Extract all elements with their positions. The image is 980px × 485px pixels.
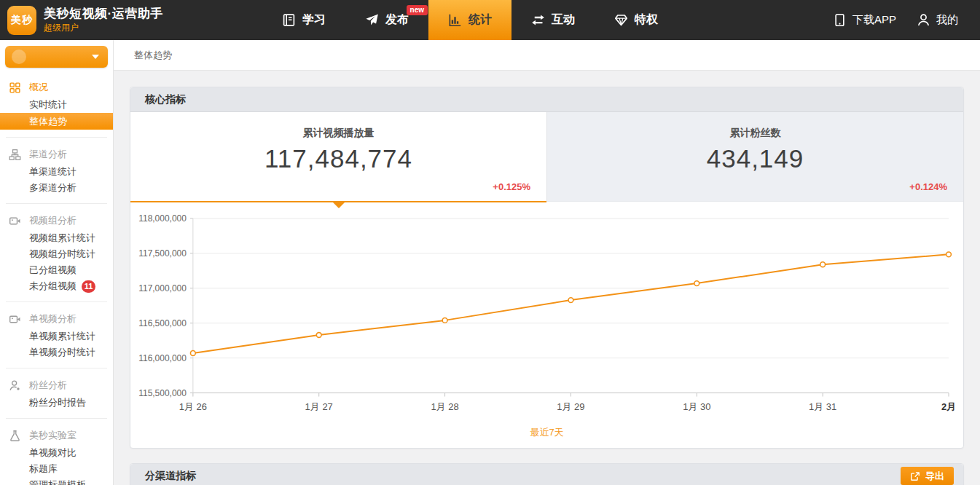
swap-arrows-icon	[531, 13, 545, 27]
trend-chart-canvas: 115,500,000116,000,000116,500,000117,000…	[130, 207, 963, 425]
sidebar-section: 粉丝分析粉丝分时报告	[0, 373, 113, 414]
sidebar-section-label: 单视频分析	[29, 312, 77, 326]
metric-value: 434,149	[547, 144, 963, 173]
nav-item-privilege[interactable]: 特权	[595, 0, 678, 40]
nav-label: 互动	[552, 12, 575, 28]
bar-chart-icon	[448, 13, 462, 27]
content-area: 核心指标 累计视频播放量 117,484,774 +0.125% 累计粉丝数 4…	[114, 71, 980, 485]
sidebar: 概况实时统计整体趋势渠道分析单渠道统计多渠道分析视频组分析视频组累计统计视频组分…	[0, 40, 114, 485]
svg-text:118,000,000: 118,000,000	[138, 213, 187, 224]
brand: 美秒 美秒短视频·运营助手 超级用户	[0, 0, 193, 40]
sidebar-item-fans-hourly-report[interactable]: 粉丝分时报告	[0, 395, 113, 411]
sidebar-item-label: 整体趋势	[29, 115, 67, 128]
svg-text:1月 29: 1月 29	[557, 402, 584, 413]
nav-item-publish[interactable]: 发布new	[345, 0, 428, 40]
export-button[interactable]: 导出	[901, 467, 954, 485]
core-metrics-panel: 核心指标 累计视频播放量 117,484,774 +0.125% 累计粉丝数 4…	[130, 87, 964, 449]
app-logo: 美秒	[7, 6, 36, 35]
svg-text:1月 27: 1月 27	[305, 402, 333, 413]
sidebar-section: 美秒实验室单视频对比标题库管理标题模板	[0, 423, 113, 485]
sidebar-item-title-library[interactable]: 标题库	[0, 461, 113, 477]
divider	[6, 418, 107, 419]
svg-text:1月 26: 1月 26	[179, 402, 207, 413]
sidebar-item-single-video-compare[interactable]: 单视频对比	[0, 445, 113, 461]
video-icon	[9, 215, 21, 227]
sidebar-item-label: 标题库	[29, 462, 58, 476]
account-switcher[interactable]	[5, 46, 108, 68]
metric-tab-video-plays[interactable]: 累计视频播放量 117,484,774 +0.125%	[130, 112, 546, 202]
flask-icon	[9, 430, 21, 442]
sidebar-section-fans-analysis[interactable]: 粉丝分析	[0, 376, 113, 395]
metric-value: 117,484,774	[130, 144, 546, 173]
header-item-download-app[interactable]: 下载APP	[823, 13, 906, 27]
svg-text:1月 30: 1月 30	[683, 402, 710, 413]
divider	[6, 203, 107, 204]
sidebar-section-meimiao-lab[interactable]: 美秒实验室	[0, 426, 113, 445]
header-item-my-account[interactable]: 我的	[906, 13, 968, 27]
sidebar-section: 单视频分析单视频累计统计单视频分时统计	[0, 307, 113, 363]
channel-metrics-panel: 分渠道指标 导出	[130, 463, 964, 485]
nav-label: 发布	[385, 12, 409, 28]
sidebar-section: 概况实时统计整体趋势	[0, 75, 113, 133]
nav-item-learn[interactable]: 学习	[262, 0, 345, 40]
sidebar-section-label: 美秒实验室	[29, 429, 77, 442]
sidebar-item-single-channel-stats[interactable]: 单渠道统计	[0, 164, 113, 180]
sidebar-item-realtime-stats[interactable]: 实时统计	[0, 97, 113, 113]
nav-label: 特权	[635, 12, 658, 28]
panel-title: 核心指标	[145, 93, 186, 106]
metric-tabs: 累计视频播放量 117,484,774 +0.125% 累计粉丝数 434,14…	[130, 112, 963, 202]
fans-icon	[9, 379, 21, 392]
sidebar-section-label: 粉丝分析	[29, 379, 67, 392]
sidebar-section-channel-analysis[interactable]: 渠道分析	[0, 145, 113, 164]
chart-range-label: 最近7天	[130, 425, 963, 448]
paper-plane-icon	[365, 13, 379, 27]
sidebar-item-ungrouped-videos[interactable]: 未分组视频11	[0, 278, 113, 294]
diamond-icon	[614, 13, 628, 27]
sidebar-item-single-video-hourly[interactable]: 单视频分时统计	[0, 344, 113, 360]
sidebar-item-label: 单视频对比	[29, 446, 77, 460]
sidebar-section-video-group-analysis[interactable]: 视频组分析	[0, 211, 113, 230]
sidebar-section-label: 渠道分析	[29, 148, 67, 161]
divider	[6, 368, 107, 368]
metric-label: 累计粉丝数	[547, 112, 963, 140]
user-icon	[917, 13, 930, 27]
svg-text:1月 31: 1月 31	[809, 402, 836, 413]
metric-label: 累计视频播放量	[130, 112, 546, 140]
new-badge: new	[407, 5, 428, 15]
svg-text:2月: 2月	[941, 402, 956, 413]
svg-text:1月 28: 1月 28	[431, 402, 458, 413]
svg-text:117,000,000: 117,000,000	[138, 283, 187, 293]
panel-title: 分渠道指标	[145, 470, 196, 483]
sidebar-item-group-cumulative-stats[interactable]: 视频组累计统计	[0, 230, 113, 246]
chevron-down-icon	[92, 55, 99, 59]
sidebar-item-label: 实时统计	[29, 98, 67, 111]
tablet-icon	[833, 13, 847, 27]
channel-metrics-panel-header: 分渠道指标 导出	[130, 464, 963, 485]
nav-label: 学习	[302, 12, 326, 28]
sidebar-section-label: 概况	[29, 81, 48, 94]
user-tier-label: 超级用户	[44, 22, 163, 34]
svg-text:116,500,000: 116,500,000	[138, 318, 187, 328]
trend-chart: 115,500,000116,000,000116,500,000117,000…	[130, 202, 963, 425]
sidebar-item-overall-trend[interactable]: 整体趋势	[0, 113, 113, 130]
sidebar-item-single-video-cumulative[interactable]: 单视频累计统计	[0, 328, 113, 344]
metric-tab-fans[interactable]: 累计粉丝数 434,149 +0.124%	[546, 112, 963, 202]
video-icon	[9, 313, 21, 326]
sidebar-item-multi-channel-analysis[interactable]: 多渠道分析	[0, 180, 113, 196]
sidebar-menu: 概况实时统计整体趋势渠道分析单渠道统计多渠道分析视频组分析视频组累计统计视频组分…	[0, 75, 113, 485]
breadcrumb: 整体趋势	[114, 40, 980, 71]
metric-change: +0.124%	[909, 181, 947, 192]
nav-label: 下载APP	[852, 13, 896, 27]
nav-item-interact[interactable]: 互动	[511, 0, 595, 40]
sidebar-section-single-video-analysis[interactable]: 单视频分析	[0, 309, 113, 328]
app-window: 美秒 美秒短视频·运营助手 超级用户 学习发布new统计互动特权 下载APP我的…	[0, 0, 980, 485]
sidebar-section-overview[interactable]: 概况	[0, 78, 113, 97]
sidebar-section: 视频组分析视频组累计统计视频组分时统计已分组视频未分组视频11	[0, 208, 113, 297]
svg-text:115,500,000: 115,500,000	[138, 388, 187, 398]
sidebar-item-title-template-manage[interactable]: 管理标题模板	[0, 477, 113, 485]
sidebar-item-group-hourly-stats[interactable]: 视频组分时统计	[0, 246, 113, 262]
nav-item-stats[interactable]: 统计	[428, 0, 511, 40]
brand-text: 美秒短视频·运营助手 超级用户	[44, 7, 163, 34]
sidebar-item-label: 管理标题模板	[29, 478, 86, 485]
sidebar-item-grouped-videos[interactable]: 已分组视频	[0, 262, 113, 278]
